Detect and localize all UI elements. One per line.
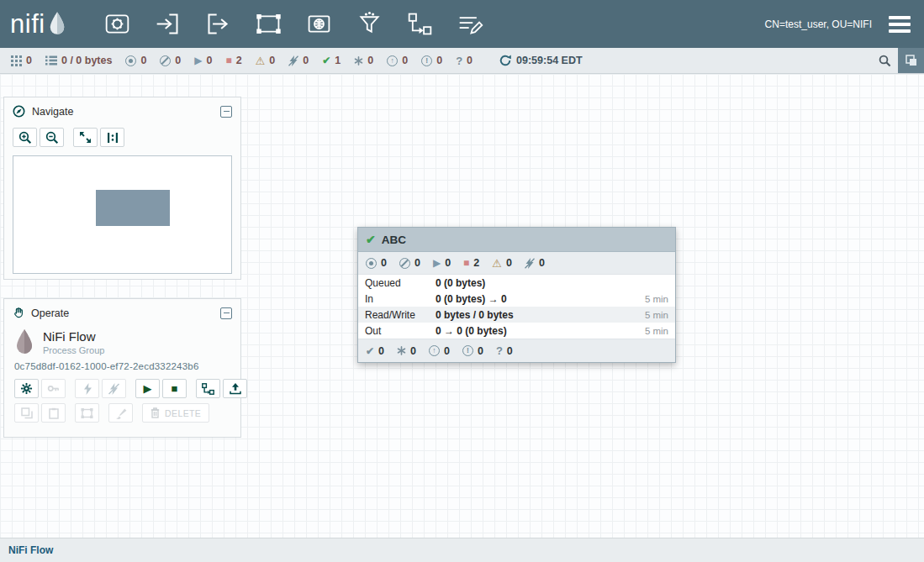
up-to-date-icon: ✔	[322, 55, 330, 66]
bolt-icon	[82, 383, 92, 395]
pg-footer-up-to-date: ✔ 0	[366, 345, 384, 357]
refresh-control[interactable]: 09:59:54 EDT	[499, 55, 583, 66]
group-icon	[81, 407, 93, 419]
gear-icon	[20, 382, 33, 395]
process-group-abc[interactable]: ✔ ABC 0 0 ▶ 0 ■ 2 ⚠ 0	[357, 227, 676, 363]
configure-button[interactable]	[14, 379, 39, 398]
template-icon[interactable]	[406, 10, 434, 38]
stop-icon: ■	[172, 383, 178, 394]
flow-drop-icon	[14, 328, 34, 355]
funnel-icon[interactable]	[356, 10, 383, 38]
status-up-to-date: ✔ 1	[322, 55, 341, 66]
trash-icon	[150, 407, 160, 418]
start-icon: ▶	[144, 383, 152, 394]
output-port-icon[interactable]	[204, 10, 232, 38]
access-policies-button[interactable]	[41, 379, 66, 398]
enable-button[interactable]	[75, 379, 99, 398]
status-active-threads: 0	[11, 55, 32, 66]
selected-component-type: Process Group	[43, 345, 104, 355]
zoom-fit-button[interactable]	[73, 128, 98, 147]
sync-failure-icon: ?	[496, 345, 503, 356]
breadcrumb-root[interactable]: NiFi Flow	[8, 544, 53, 556]
navigate-title: Navigate	[32, 106, 73, 118]
copy-icon	[21, 407, 33, 419]
refresh-icon	[499, 55, 511, 66]
search-icon	[879, 55, 891, 67]
flow-status-bar: 0 0 / 0 bytes 0 0 ▶ 0 ■ 2 ⚠ 0	[0, 48, 924, 74]
locally-modified-stale-icon: !	[462, 345, 473, 356]
status-transmitting: 0	[125, 55, 146, 66]
group-button[interactable]	[75, 403, 99, 423]
pg-stat-disabled: 0	[525, 257, 545, 269]
zoom-actual-size-button[interactable]	[100, 128, 124, 147]
locally-modified-icon	[397, 346, 406, 355]
delete-label: DELETE	[165, 408, 201, 418]
pg-stat-not-transmitting: 0	[399, 257, 420, 269]
birdseye-minimap[interactable]	[13, 155, 232, 274]
process-group-stats: 0 0 ▶ 0 ■ 2 ⚠ 0 0	[358, 252, 675, 275]
pg-stat-stopped: ■ 2	[463, 257, 479, 269]
zoom-out-icon	[45, 131, 59, 144]
current-user: CN=test_user, OU=NIFI	[765, 18, 872, 30]
process-group-name: ABC	[382, 234, 406, 246]
selected-component-text: NiFi Flow Process Group	[43, 329, 104, 355]
process-group-icon[interactable]	[255, 10, 282, 38]
breadcrumb-bar: NiFi Flow	[0, 538, 924, 562]
operate-title: Operate	[31, 307, 69, 319]
zoom-out-button[interactable]	[40, 128, 64, 147]
stopped-icon: ■	[463, 258, 469, 268]
upload-template-button[interactable]	[223, 379, 247, 398]
fit-icon	[79, 131, 92, 144]
pg-row-read-write: Read/Write 0 bytes / 0 bytes 5 min	[358, 307, 675, 323]
pg-footer-stale: ↑ 0	[429, 345, 450, 357]
actual-size-icon	[107, 132, 119, 144]
selected-component-name: NiFi Flow	[43, 329, 104, 344]
pg-row-out: Out 0 → 0 (0 bytes) 5 min	[358, 323, 675, 339]
paste-button[interactable]	[41, 403, 66, 423]
create-template-button[interactable]	[196, 379, 220, 398]
pg-footer-locally-modified: 0	[397, 345, 416, 357]
compass-icon	[13, 105, 25, 118]
status-stopped: ■ 2	[226, 55, 242, 66]
delete-button[interactable]: DELETE	[142, 403, 209, 423]
stop-button[interactable]: ■	[162, 379, 187, 398]
selected-component-id: 0c75d8df-0162-1000-ef72-2ecd332243b6	[14, 361, 230, 371]
panel-icon	[906, 55, 917, 66]
pg-stat-invalid: ⚠ 0	[492, 257, 512, 269]
pg-row-in: In 0 (0 bytes) → 0 5 min	[358, 291, 675, 307]
zoom-in-button[interactable]	[13, 128, 37, 147]
up-to-date-icon: ✔	[366, 346, 374, 356]
not-transmitting-icon	[399, 258, 410, 269]
disable-button[interactable]	[102, 379, 126, 398]
transmitting-icon	[366, 258, 377, 269]
pg-row-queued: Queued 0 (0 bytes)	[358, 275, 675, 291]
search-button[interactable]	[872, 48, 898, 73]
running-icon: ▶	[194, 55, 202, 66]
global-menu-icon[interactable]	[887, 14, 912, 34]
input-port-icon[interactable]	[154, 10, 182, 38]
processor-icon[interactable]	[103, 10, 131, 38]
navigate-toolbar	[4, 125, 240, 154]
nifi-canvas-page: nifi	[0, 0, 924, 562]
collapse-operate-button[interactable]	[220, 307, 232, 319]
collapse-navigate-button[interactable]	[220, 106, 232, 118]
bulletin-panel-toggle[interactable]	[898, 48, 924, 73]
pg-footer-sync-failure: ? 0	[496, 345, 513, 357]
color-button[interactable]	[108, 403, 133, 423]
process-group-version-footer: ✔ 0 0 ↑ 0 ! 0 ? 0	[358, 339, 675, 362]
operate-panel: Operate NiFi Flow Process Group 0c75d8df…	[3, 298, 241, 438]
label-icon[interactable]	[457, 10, 484, 38]
last-refreshed-time: 09:59:54 EDT	[516, 55, 583, 66]
not-transmitting-icon	[160, 55, 171, 66]
operate-body: NiFi Flow Process Group 0c75d8df-0162-10…	[4, 327, 240, 431]
threads-icon	[11, 55, 22, 66]
start-button[interactable]: ▶	[135, 379, 160, 398]
operate-toolbar: ▶ ■	[14, 379, 230, 423]
pg-stat-transmitting: 0	[366, 257, 387, 269]
copy-button[interactable]	[14, 403, 39, 423]
remote-process-group-icon[interactable]	[305, 10, 333, 38]
stale-icon: ↑	[429, 345, 440, 356]
bolt-slash-icon	[108, 383, 119, 395]
operate-panel-header: Operate	[4, 299, 240, 327]
nifi-drop-icon	[48, 11, 66, 39]
